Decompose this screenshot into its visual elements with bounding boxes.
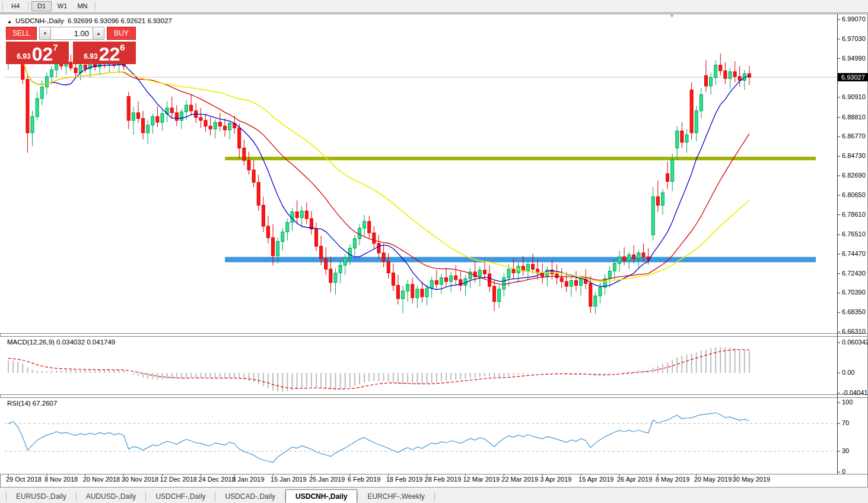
sell-quote-panel[interactable]: 6.93 02 7: [6, 42, 69, 64]
volume-increase-button[interactable]: ▲: [93, 27, 104, 40]
date-axis-label: 8 Nov 2018: [44, 476, 78, 483]
volume-decrease-button[interactable]: ▼: [39, 27, 51, 40]
date-axis-label: 3 Jan 2019: [232, 476, 264, 483]
date-axis-label: 12 Mar 2019: [463, 476, 500, 483]
scroll-marker-icon[interactable]: ▼: [669, 13, 675, 19]
splitter-main-macd[interactable]: [0, 333, 868, 334]
date-axis-label: 3 Apr 2019: [540, 476, 571, 483]
tab-usdchf[interactable]: USDCHF-,Daily: [146, 491, 215, 503]
price-axis-label: 6.74470: [842, 250, 866, 257]
splitter-macd-rsi[interactable]: [0, 394, 868, 395]
chart-ohlc-values: 6.92699 6.93096 6.92621 6.93027: [68, 17, 172, 24]
timeframe-button-w1[interactable]: W1: [53, 1, 72, 11]
quote-gap: [69, 42, 73, 64]
timeframe-button-h4[interactable]: H4: [6, 1, 25, 11]
chart-symbol-label: USDCNH-,Daily: [15, 17, 64, 24]
macd-panel[interactable]: [0, 337, 837, 394]
price-axis-label: 6.97030: [842, 35, 866, 42]
date-axis-label: 30 May 2019: [733, 476, 771, 483]
tab-eurusd[interactable]: EURUSD-,Daily: [7, 491, 76, 503]
timeframe-button-d1[interactable]: D1: [31, 1, 52, 11]
trading-terminal-window: H4D1W1MN ▲USDCNH-,Daily 6.92699 6.93096 …: [0, 0, 868, 503]
one-click-trade-widget: SELL ▼ ▲ BUY 6.93 02 7 6.93 22 6: [6, 27, 136, 64]
macd-indicator-label: MACD(12,26,9) 0.034032 0.041749: [7, 339, 115, 346]
price-axis-label: 6.78610: [842, 211, 866, 218]
date-axis-label: 24 Dec 2018: [198, 476, 235, 483]
price-axis-label: 6.94990: [842, 55, 866, 62]
price-axis-label: 6.82690: [842, 172, 866, 179]
current-price-tag: 6.93027: [838, 73, 868, 81]
rsi-axis-label: 70: [842, 419, 849, 426]
date-axis-label: 8 May 2019: [656, 476, 689, 483]
price-axis-label: 6.90910: [842, 93, 866, 100]
date-axis-label: 22 Mar 2019: [501, 476, 538, 483]
buy-price-sup: 6: [120, 42, 125, 52]
price-axis-label: 6.84730: [842, 152, 866, 159]
date-axis-label: 26 Apr 2019: [617, 476, 652, 483]
macd-axis-label: 0.00: [842, 369, 854, 376]
date-axis-label: 18 Feb 2019: [386, 476, 423, 483]
date-axis-label: 30 Nov 2018: [122, 476, 158, 483]
tab-eurchf[interactable]: EURCHF-,Weekly: [358, 491, 434, 503]
sell-price-sup: 7: [53, 42, 58, 52]
price-axis-label: 6.88810: [842, 113, 866, 121]
tab-audusd[interactable]: AUDUSD-,Daily: [77, 491, 146, 503]
chart-tab-bar: EURUSD-,DailyAUDUSD-,DailyUSDCHF-,DailyU…: [0, 488, 868, 503]
sell-price-prefix: 6.93: [17, 52, 30, 61]
price-axis-label: 6.70390: [842, 289, 866, 296]
macd-axis-label: 0.060342: [842, 339, 868, 346]
price-axis-label: 6.86770: [842, 132, 866, 140]
buy-price-big: 22: [99, 45, 120, 63]
toolbar-separator: [95, 2, 96, 11]
window-bottom-border: [0, 487, 868, 488]
timeframe-toolbar: H4D1W1MN: [0, 0, 868, 13]
macd-axis-label: -0.04041: [842, 389, 867, 396]
toolbar-separator: [28, 2, 28, 11]
price-axis-label: 6.66310: [842, 328, 866, 335]
price-axis-label: 6.99070: [842, 15, 866, 23]
date-axis-label: 28 Feb 2019: [425, 476, 462, 483]
rsi-indicator-label: RSI(14) 67.2607: [7, 400, 57, 407]
price-axis-label: 6.76510: [842, 230, 866, 238]
date-axis-label: 20 Nov 2018: [83, 476, 120, 483]
date-axis-label: 15 Apr 2019: [578, 476, 613, 483]
toolbar-separator: [2, 2, 3, 11]
buy-price-prefix: 6.93: [84, 52, 97, 61]
sell-button[interactable]: SELL: [6, 27, 37, 40]
sell-price-big: 02: [32, 45, 53, 63]
buy-quote-panel[interactable]: 6.93 22 6: [73, 42, 136, 64]
rsi-axis-label: 0: [842, 468, 845, 475]
date-axis-label: 15 Jan 2019: [271, 476, 307, 483]
volume-input[interactable]: [51, 27, 93, 40]
date-axis-label: 12 Dec 2018: [160, 476, 197, 483]
rsi-axis-label: 30: [842, 447, 849, 454]
date-axis-top-border: [0, 474, 868, 474]
collapse-triangle-icon[interactable]: ▲: [7, 19, 12, 24]
date-axis-label: 20 May 2019: [694, 476, 732, 483]
buy-button[interactable]: BUY: [107, 27, 136, 40]
price-axis-label: 6.80650: [842, 191, 866, 198]
rsi-panel[interactable]: [0, 398, 837, 474]
price-axis-line: [837, 14, 838, 474]
date-axis-label: 6 Feb 2019: [348, 476, 381, 483]
date-axis-label: 29 Oct 2018: [6, 476, 42, 483]
tab-separator: [434, 492, 435, 501]
price-axis-label: 6.68350: [842, 308, 866, 315]
chart-title: ▲USDCNH-,Daily 6.92699 6.93096 6.92621 6…: [7, 17, 172, 24]
tab-usdcnh[interactable]: USDCNH-,Daily: [285, 489, 357, 503]
price-axis-label: 6.72430: [842, 270, 866, 277]
date-axis-label: 25 Jan 2019: [309, 476, 345, 483]
rsi-axis-label: 100: [842, 398, 853, 406]
tab-usdcad[interactable]: USDCAD-,Daily: [215, 491, 285, 503]
timeframe-button-mn[interactable]: MN: [73, 1, 92, 11]
